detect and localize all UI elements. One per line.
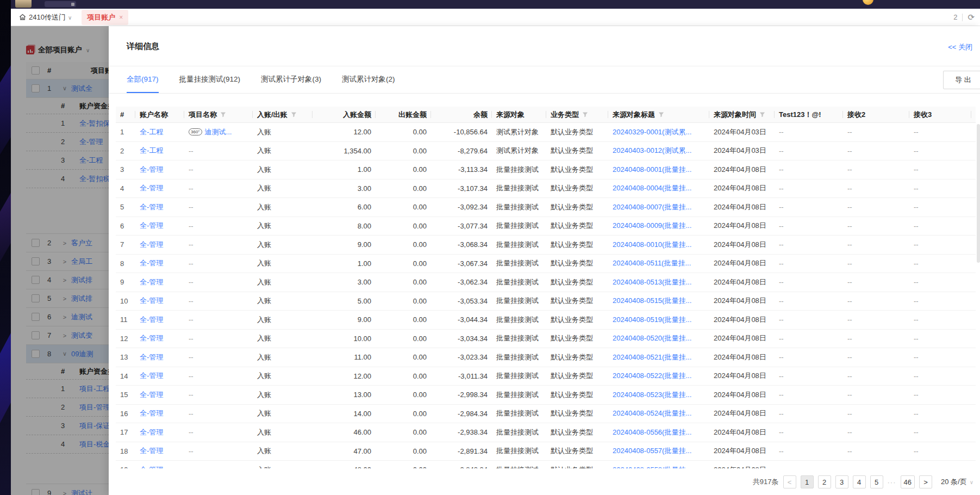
page-button-1[interactable]: 1 <box>801 475 814 488</box>
page-button-2[interactable]: 2 <box>818 475 831 488</box>
cell-project[interactable]: 360°迪测试... <box>184 123 253 141</box>
cell-text: -- <box>914 222 919 230</box>
cell-text: -- <box>914 278 919 286</box>
cell-account[interactable]: 全-管理 <box>135 330 184 348</box>
page-size-select[interactable]: 20 条/页∨ <box>941 477 973 487</box>
cell-account[interactable]: 全-管理 <box>135 236 184 254</box>
filter-icon[interactable] <box>220 112 226 117</box>
cell-src: 批量挂接测试 <box>492 311 546 329</box>
page-button-5[interactable]: 5 <box>870 475 883 488</box>
cell-out: 0.00 <box>376 255 431 273</box>
cell-account[interactable]: 全-管理 <box>135 160 184 179</box>
cell-r3: -- <box>909 198 971 216</box>
cell-title[interactable]: 20240408-0515(批量挂... <box>608 292 709 311</box>
detail-tab-3[interactable]: 测试累计子对象(3) <box>261 66 321 93</box>
cell-bal: -3,067.34 <box>431 255 492 273</box>
cell-title[interactable]: 20240408-0523(批量挂... <box>608 386 709 404</box>
cell-account[interactable]: 全-管理 <box>135 367 184 386</box>
cell-title[interactable]: 20240408-0001(批量挂... <box>608 160 709 179</box>
cell-title[interactable]: 20240408-0010(批量挂... <box>608 236 709 254</box>
cell-account[interactable]: 全-管理 <box>135 386 184 404</box>
cell-title[interactable]: 20240408-0521(批量挂... <box>608 348 709 367</box>
filter-icon[interactable] <box>291 112 297 117</box>
cell-account[interactable]: 全-管理 <box>135 461 184 468</box>
cell-account[interactable]: 全-管理 <box>135 442 184 461</box>
cell-account[interactable]: 全-管理 <box>135 348 184 367</box>
cell-dir: 入账 <box>253 273 313 292</box>
filter-icon[interactable] <box>658 112 664 117</box>
coin-icon[interactable] <box>863 0 873 5</box>
page-button-46[interactable]: 46 <box>901 475 915 488</box>
cell-text: -- <box>847 278 852 286</box>
cell-account[interactable]: 全-工程 <box>135 142 184 160</box>
cell-t1: -- <box>775 348 843 367</box>
topbar-search-pill[interactable] <box>45 1 76 7</box>
detail-tab-4[interactable]: 测试累计对象(2) <box>342 66 395 93</box>
cell-title[interactable]: 20240408-0519(批量挂... <box>608 311 709 329</box>
page-button-3[interactable]: 3 <box>835 475 848 488</box>
chevron-down-icon[interactable]: ∨ <box>68 15 72 21</box>
cell-dir: 入账 <box>253 423 313 442</box>
vertical-scrollbar-thumb[interactable] <box>977 124 980 263</box>
close-panel-link[interactable]: << 关闭 <box>948 42 972 52</box>
cell-text: 2024年04月08日 <box>714 165 766 175</box>
workspace-switcher-label[interactable]: 2410传送门 <box>29 13 66 22</box>
cell-title[interactable]: 20240408-0522(批量挂... <box>608 367 709 386</box>
cell-account[interactable]: 全-管理 <box>135 273 184 292</box>
cell-text: 8.00 <box>358 222 371 230</box>
refresh-icon[interactable]: ⟳ <box>967 13 975 21</box>
cell-title[interactable]: 20240403-0012(测试累... <box>608 142 709 160</box>
cell-text: -- <box>847 184 852 193</box>
cell-n: 7 <box>116 236 135 254</box>
filter-icon[interactable] <box>759 112 765 117</box>
filter-icon[interactable] <box>582 112 588 117</box>
cell-account[interactable]: 全-管理 <box>135 423 184 442</box>
cell-t1: -- <box>775 255 843 273</box>
cell-title[interactable]: 20240408-0009(批量挂... <box>608 217 709 236</box>
cell-title[interactable]: 20240408-0007(批量挂... <box>608 198 709 216</box>
cell-r3: -- <box>909 123 971 141</box>
cell-text: 入账 <box>257 221 271 231</box>
cell-r3: -- <box>909 423 971 442</box>
cell-text: 20240408-0520(批量挂... <box>613 333 691 343</box>
cell-title[interactable]: 20240408-0558(批量挂... <box>608 461 709 468</box>
cell-account[interactable]: 全-管理 <box>135 180 184 198</box>
cell-title[interactable]: 20240408-0520(批量挂... <box>608 330 709 348</box>
detail-tab-1[interactable]: 全部(917) <box>127 66 159 93</box>
cell-r2: -- <box>843 367 909 386</box>
cell-account[interactable]: 全-管理 <box>135 198 184 216</box>
cell-text: 默认业务类型 <box>551 371 593 381</box>
cell-text: -2,891.34 <box>458 447 488 455</box>
column-header-r2: 接收2 <box>843 107 909 122</box>
cell-text: -- <box>779 165 784 174</box>
cell-title[interactable]: 20240408-0513(批量挂... <box>608 273 709 292</box>
cell-text: -- <box>847 240 852 249</box>
page-button-4[interactable]: 4 <box>853 475 866 488</box>
export-button[interactable]: 导 出 <box>943 71 980 89</box>
cell-account[interactable]: 全-管理 <box>135 311 184 329</box>
tab-close-icon[interactable]: × <box>119 14 123 21</box>
cell-title[interactable]: 20240408-0004(批量挂... <box>608 180 709 198</box>
page-ellipsis[interactable]: ··· <box>888 478 896 486</box>
page-prev-button[interactable]: < <box>783 475 796 488</box>
cell-account[interactable]: 全-管理 <box>135 405 184 423</box>
cell-account[interactable]: 全-管理 <box>135 292 184 311</box>
cell-account[interactable]: 全-管理 <box>135 217 184 236</box>
tab-project-accounts[interactable]: 项目账户 × <box>82 10 128 25</box>
user-avatar[interactable] <box>15 0 32 8</box>
cell-biz: 默认业务类型 <box>546 386 608 404</box>
cell-title[interactable]: 20240408-0511(批量挂... <box>608 255 709 273</box>
cell-account[interactable]: 全-管理 <box>135 255 184 273</box>
cell-text: -- <box>847 297 852 305</box>
cell-title[interactable]: 20240329-0001(测试累... <box>608 123 709 141</box>
home-icon[interactable] <box>18 13 27 21</box>
cell-out: 0.00 <box>376 461 431 468</box>
detail-tab-2[interactable]: 批量挂接测试(912) <box>179 66 241 93</box>
page-next-button[interactable]: > <box>919 475 932 488</box>
column-label: 接收3 <box>914 110 932 120</box>
cell-title[interactable]: 20240408-0557(批量挂... <box>608 442 709 461</box>
cell-title[interactable]: 20240408-0524(批量挂... <box>608 405 709 423</box>
cell-account[interactable]: 全-工程 <box>135 123 184 141</box>
cell-time: 2024年04月08日 <box>709 236 775 254</box>
cell-title[interactable]: 20240408-0556(批量挂... <box>608 423 709 442</box>
